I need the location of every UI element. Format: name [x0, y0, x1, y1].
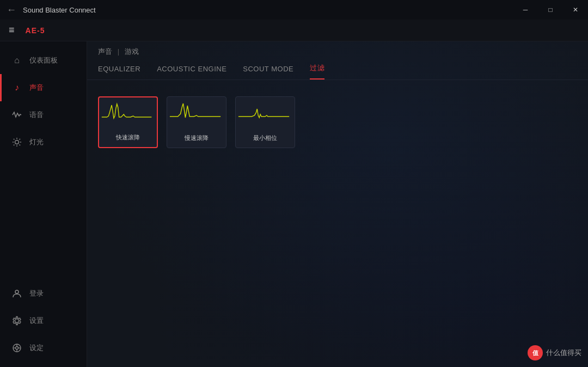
sidebar-item-voice[interactable]: 语音 — [0, 101, 87, 129]
tab-scout-mode[interactable]: SCOUT MODE — [243, 65, 293, 78]
svg-point-0 — [15, 140, 19, 144]
breadcrumb-part-2: 游戏 — [125, 47, 139, 56]
fast-rolloff-waveform — [99, 101, 157, 133]
sidebar-item-lights[interactable]: 灯光 — [0, 129, 87, 156]
sound-icon: ♪ — [11, 82, 23, 94]
tab-bar: EQUALIZER ACOUSTIC ENGINE SCOUT MODE 过滤 — [87, 57, 588, 80]
svg-point-11 — [16, 347, 19, 350]
sidebar-bottom: 登录 设置 — [0, 280, 87, 367]
close-button[interactable]: ✕ — [563, 0, 588, 20]
svg-line-8 — [14, 145, 14, 145]
min-phase-waveform — [236, 100, 295, 133]
tab-filter[interactable]: 过滤 — [310, 63, 324, 79]
watermark: 值 什么值得买 — [528, 345, 581, 360]
sidebar-item-lights-label: 灯光 — [29, 137, 44, 147]
slow-rolloff-label: 慢速滚降 — [185, 134, 209, 142]
tab-acoustic-engine[interactable]: ACOUSTIC ENGINE — [157, 65, 226, 78]
sidebar-item-dashboard-label: 仪表面板 — [29, 56, 58, 65]
sidebar-item-settings-label: 设置 — [29, 316, 44, 326]
sidebar-item-config-label: 设定 — [29, 343, 44, 353]
app-title: Sound Blaster Connect — [23, 6, 96, 14]
svg-line-7 — [20, 139, 20, 139]
watermark-text: 什么值得买 — [546, 348, 581, 358]
brand-label: AE-5 — [26, 26, 45, 35]
watermark-icon: 值 — [528, 345, 543, 360]
maximize-button[interactable]: □ — [538, 0, 563, 20]
filter-card-min-phase[interactable]: 最小相位 — [235, 96, 295, 148]
sidebar-item-settings[interactable]: 设置 — [0, 307, 87, 334]
sidebar-item-login-label: 登录 — [29, 289, 44, 298]
breadcrumb-part-1: 声音 — [98, 47, 112, 56]
fast-rolloff-label: 快速滚降 — [116, 133, 140, 142]
min-phase-label: 最小相位 — [253, 134, 277, 142]
svg-line-6 — [20, 145, 20, 145]
settings-icon — [11, 315, 23, 327]
breadcrumb: 声音 | 游戏 — [87, 41, 588, 57]
sidebar-item-voice-label: 语音 — [29, 110, 44, 120]
filter-card-fast-rolloff[interactable]: 快速滚降 — [98, 96, 158, 148]
sidebar: ⌂ 仪表面板 ♪ 声音 语音 — [0, 41, 87, 367]
title-bar: ← Sound Blaster Connect ─ □ ✕ — [0, 0, 588, 20]
sidebar-item-sound-label: 声音 — [29, 83, 44, 93]
filter-card-slow-rolloff[interactable]: 慢速滚降 — [167, 96, 226, 148]
menu-bar: ≡ AE-5 — [0, 20, 588, 41]
content-area: 声音 | 游戏 EQUALIZER ACOUSTIC ENGINE SCOUT … — [87, 41, 588, 367]
tab-equalizer[interactable]: EQUALIZER — [98, 65, 140, 78]
minimize-button[interactable]: ─ — [513, 0, 538, 20]
login-icon — [11, 288, 23, 299]
config-icon — [11, 342, 23, 354]
sidebar-item-login[interactable]: 登录 — [0, 280, 87, 307]
slow-rolloff-waveform — [167, 100, 226, 133]
dashboard-icon: ⌂ — [11, 54, 23, 66]
main-layout: ⌂ 仪表面板 ♪ 声音 语音 — [0, 41, 588, 367]
svg-line-5 — [14, 139, 14, 139]
voice-icon — [11, 109, 23, 121]
sidebar-item-config[interactable]: 设定 — [0, 334, 87, 362]
sidebar-item-dashboard[interactable]: ⌂ 仪表面板 — [0, 47, 87, 74]
filter-cards-area: 快速滚降 慢速滚降 最小相位 — [87, 80, 588, 164]
breadcrumb-separator: | — [118, 47, 119, 56]
lights-icon — [11, 136, 23, 148]
svg-point-9 — [15, 290, 19, 293]
window-controls: ─ □ ✕ — [513, 0, 588, 20]
sidebar-item-sound[interactable]: ♪ 声音 — [0, 74, 87, 101]
back-button[interactable]: ← — [7, 4, 16, 16]
hamburger-menu-icon[interactable]: ≡ — [9, 25, 15, 36]
